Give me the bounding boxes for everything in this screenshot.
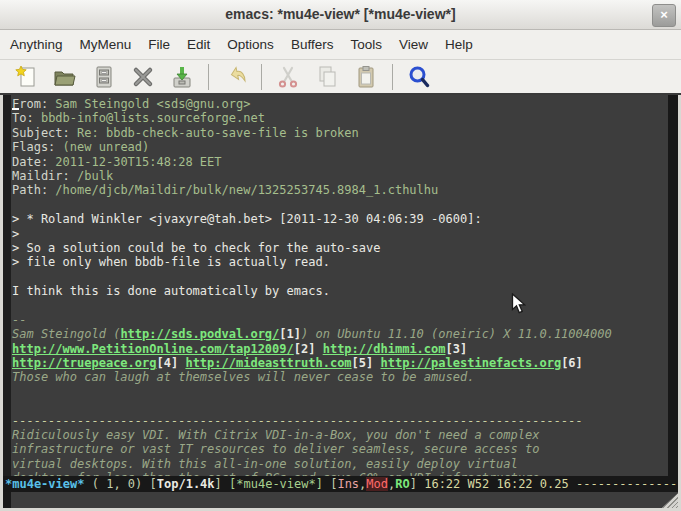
search-icon[interactable] (406, 64, 432, 90)
quoted-line: > * Roland Winkler <jvaxyre@tah.bet> [20… (12, 212, 612, 226)
menu-help[interactable]: Help (445, 37, 473, 52)
blank-line (12, 270, 612, 284)
message-view: From: Sam Steingold <sds@gnu.org> To: bb… (3, 95, 678, 476)
modeline-time: 16:22 (424, 477, 460, 491)
header-to: To: bbdb-info@lists.sourceforge.net (12, 111, 612, 125)
menu-view[interactable]: View (399, 37, 428, 52)
menu-tools[interactable]: Tools (350, 37, 382, 52)
blank-line (12, 385, 612, 399)
signature-link[interactable]: http://truepeace.org (12, 356, 157, 370)
cut-icon[interactable] (275, 64, 301, 90)
blank-line (12, 198, 612, 212)
copy-icon[interactable] (314, 64, 340, 90)
save-as-download-icon[interactable] (169, 64, 195, 90)
ad-line: Ridiculously easy VDI. With Citrix VDI-i… (12, 428, 612, 442)
menu-options[interactable]: Options (227, 37, 274, 52)
signature-text: Sam Steingold ( (12, 327, 120, 341)
quoted-line: > So a solution could be to check for th… (12, 241, 612, 255)
modeline-flag-ins: Ins (337, 477, 359, 491)
header-flags: Flags: (new unread) (12, 140, 612, 154)
vertical-scrollbar[interactable] (668, 95, 678, 476)
menu-file[interactable]: File (148, 37, 170, 52)
signature-text: ) on Ubuntu 11.10 (oneiric) X 11.0.11004… (301, 327, 612, 341)
signature-line: Sam Steingold (http://sds.podval.org/[1]… (12, 327, 612, 341)
modeline-time2: 16:22 (496, 477, 532, 491)
modeline-dashes: ----------------------- (576, 477, 678, 491)
echo-area[interactable] (3, 492, 678, 508)
header-label: Path: (12, 183, 48, 197)
window-title: emacs: *mu4e-view* [*mu4e-view*] (0, 6, 681, 22)
quoted-line: > (12, 227, 612, 241)
undo-icon[interactable] (222, 64, 248, 90)
modeline-position: ( 1, 0) (92, 477, 143, 491)
echo-fringe (3, 492, 11, 508)
blank-line (12, 399, 612, 413)
menu-mymenu[interactable]: MyMenu (80, 37, 132, 52)
header-value: bbdb-info@lists.sourceforge.net (41, 111, 265, 125)
header-value: /home/djcb/Maildir/bulk/new/1325253745.8… (55, 183, 438, 197)
signature-quote: Those who can laugh at themselves will n… (12, 370, 612, 384)
signature-line: http://www.PetitionOnline.com/tap12009/[… (12, 342, 612, 356)
footnote-ref: [4] (157, 356, 179, 370)
menu-buffers[interactable]: Buffers (291, 37, 334, 52)
message-text: From: Sam Steingold <sds@gnu.org> To: bb… (12, 97, 612, 476)
header-value: Re: bbdb-check-auto-save-file is broken (77, 126, 359, 140)
footnote-ref: [5] (352, 356, 374, 370)
header-value: /bulk (77, 169, 113, 183)
signature-link[interactable]: http://dhimmi.com (323, 342, 446, 356)
open-folder-icon[interactable] (52, 64, 78, 90)
header-label: To: (12, 111, 34, 125)
modeline-scroll: Top/1.4k (157, 477, 215, 491)
footnote-ref: [3] (446, 342, 468, 356)
header-subject: Subject: Re: bbdb-check-auto-save-file i… (12, 126, 612, 140)
footnote-ref: [2] (294, 342, 316, 356)
header-value: (new unread) (63, 140, 150, 154)
close-button[interactable]: × (652, 4, 676, 27)
modeline-flag-readonly: RO (395, 477, 409, 491)
title-bar[interactable]: emacs: *mu4e-view* [*mu4e-view*] × (0, 0, 681, 30)
reply-line: I think this is done automatically by em… (12, 284, 612, 298)
ad-line: virtual desktops. With this all-in-one s… (12, 457, 612, 471)
signature-link[interactable]: http://palestinefacts.org (381, 356, 562, 370)
menu-anything[interactable]: Anything (10, 37, 63, 52)
footnote-ref: [1] (279, 327, 301, 341)
toolbar-separator (208, 64, 209, 90)
new-file-icon[interactable] (13, 64, 39, 90)
modeline-week: W52 (468, 477, 490, 491)
ad-separator: ----------------------------------------… (12, 414, 612, 428)
mode-line: *mu4e-view* ( 1, 0) [Top/1.4k] [*mu4e-vi… (3, 476, 678, 492)
quoted-line: > file only when bbdb-file is actually r… (12, 255, 612, 269)
header-value: 2011-12-30T15:48:28 EET (55, 155, 221, 169)
signature-delimiter: -- (12, 313, 612, 327)
tool-bar (0, 59, 681, 95)
signature-link[interactable]: http://www.PetitionOnline.com/tap12009/ (12, 342, 294, 356)
header-label: Flags: (12, 140, 55, 154)
header-label: Maildir: (12, 169, 70, 183)
header-from: From: Sam Steingold <sds@gnu.org> (12, 97, 612, 111)
signature-link[interactable]: http://sds.podval.org/ (120, 327, 279, 341)
signature-line: http://truepeace.org[4] http://mideasttr… (12, 356, 612, 370)
modeline-buffer-name: *mu4e-view* (5, 477, 84, 491)
modeline-flag-mod: Mod (366, 477, 388, 491)
left-fringe (3, 95, 11, 476)
signature-link[interactable]: http://mideasttruth.com (185, 356, 351, 370)
header-label: From: (12, 97, 48, 111)
toolbar-separator (261, 64, 262, 90)
header-maildir: Maildir: /bulk (12, 169, 612, 183)
menu-bar: Anything MyMenu File Edit Options Buffer… (0, 30, 681, 59)
delete-icon[interactable] (130, 64, 156, 90)
header-date: Date: 2011-12-30T15:48:28 EET (12, 155, 612, 169)
frame-body: From: Sam Steingold <sds@gnu.org> To: bb… (3, 95, 678, 508)
modeline-scroll-open: [ (150, 477, 157, 491)
menu-edit[interactable]: Edit (187, 37, 210, 52)
modeline-flags-close: ] (410, 477, 417, 491)
header-label: Date: (12, 155, 48, 169)
toolbar-separator (392, 64, 393, 90)
paste-icon[interactable] (353, 64, 379, 90)
footnote-ref: [6] (561, 356, 583, 370)
blank-line (12, 298, 612, 312)
modeline-load: 0.25 (540, 477, 569, 491)
header-value: Sam Steingold <sds@gnu.org> (55, 97, 250, 111)
save-icon[interactable] (91, 64, 117, 90)
emacs-window: emacs: *mu4e-view* [*mu4e-view*] × Anyth… (0, 0, 681, 511)
